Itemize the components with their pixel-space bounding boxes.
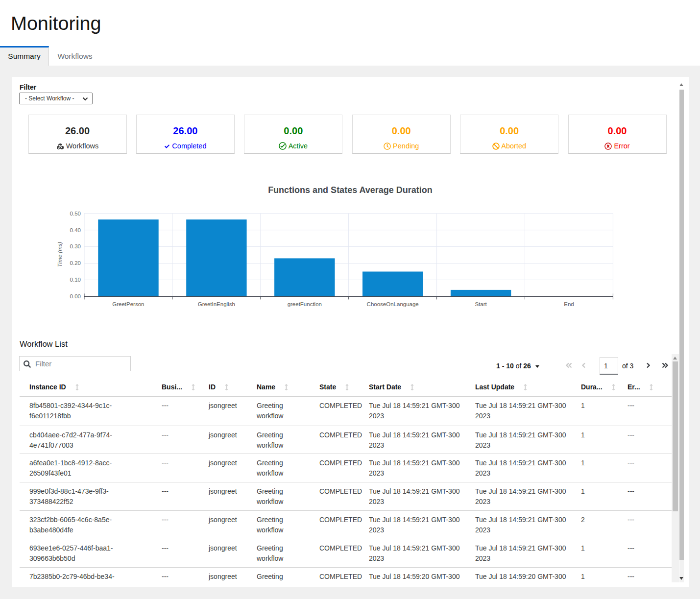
svg-text:0.50: 0.50	[70, 211, 81, 216]
svg-text:GreetPerson: GreetPerson	[112, 301, 144, 307]
svg-text:ChooseOnLanguage: ChooseOnLanguage	[367, 301, 419, 307]
svg-text:End: End	[564, 301, 574, 307]
svg-text:greetFunction: greetFunction	[288, 301, 322, 307]
svg-text:0.10: 0.10	[70, 277, 81, 283]
svg-text:Time (ms): Time (ms)	[57, 242, 63, 267]
svg-text:0.20: 0.20	[70, 260, 81, 266]
svg-text:Start: Start	[475, 301, 487, 307]
svg-text:GreetInEnglish: GreetInEnglish	[198, 301, 235, 307]
svg-text:0.00: 0.00	[70, 293, 81, 299]
svg-text:0.30: 0.30	[70, 243, 81, 249]
svg-text:0.40: 0.40	[70, 227, 81, 233]
